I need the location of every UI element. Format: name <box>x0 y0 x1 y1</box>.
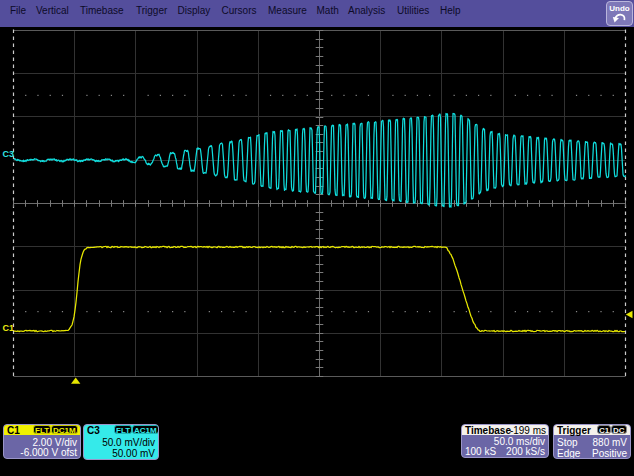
svg-text:C3: C3 <box>3 149 15 159</box>
svg-text:C1: C1 <box>3 323 15 333</box>
